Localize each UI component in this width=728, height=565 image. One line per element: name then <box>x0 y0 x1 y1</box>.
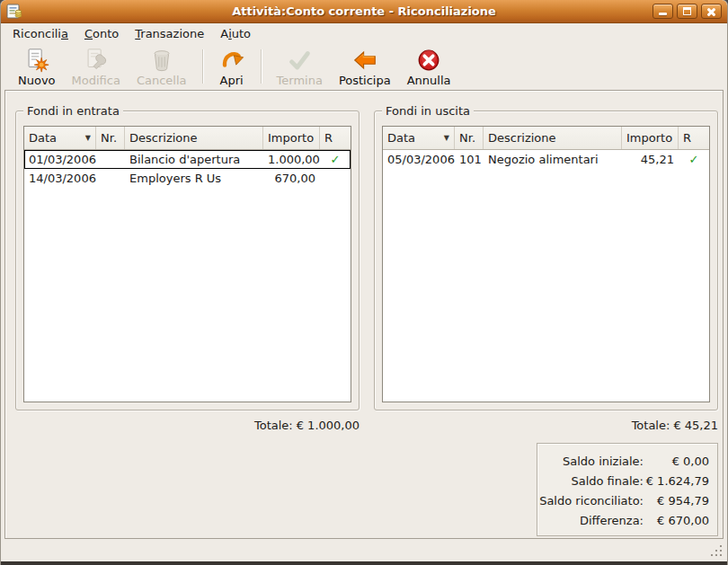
new-transaction-button[interactable]: Nuovo <box>10 46 64 88</box>
menubar: Riconcilia Conto Transazione Aiuto <box>1 23 727 43</box>
postpone-button[interactable]: Posticipa <box>331 46 399 88</box>
summary-row-saldo-riconciliato: Saldo riconciliato: € 954,79 <box>537 490 717 510</box>
left-arrow-icon <box>351 47 378 74</box>
toolbar-button-label: Posticipa <box>339 74 391 87</box>
maximize-icon <box>683 7 691 15</box>
column-header-descrizione[interactable]: Descrizione <box>484 127 622 149</box>
close-button[interactable] <box>701 4 722 19</box>
reconciled-check-icon: ✓ <box>320 153 351 166</box>
delete-transaction-button: Cancella <box>129 46 195 88</box>
table-row[interactable]: 01/03/2006 Bilancio d'apertura 1.000,00 … <box>24 150 351 169</box>
column-header-r[interactable]: R <box>320 127 351 149</box>
toolbar-button-label: Apri <box>219 74 243 87</box>
finish-button: Termina <box>269 46 331 88</box>
cancel-icon <box>415 47 442 74</box>
menu-riconcilia[interactable]: Riconcilia <box>4 25 76 42</box>
column-header-descrizione[interactable]: Descrizione <box>125 127 263 149</box>
column-header-data[interactable]: Data ▼ <box>24 127 96 149</box>
table-header: Data ▼ Nr. Descrizione Importo R <box>383 127 709 150</box>
checkmark-icon <box>286 47 313 74</box>
reconciled-check-icon: ✓ <box>679 153 709 166</box>
toolbar-button-label: Cancella <box>137 74 187 87</box>
reconcile-window: Attività:Conto corrente - Riconciliazion… <box>0 0 728 565</box>
summary-row-saldo-iniziale: Saldo iniziale: € 0,00 <box>537 451 717 471</box>
column-header-importo[interactable]: Importo <box>263 127 320 149</box>
minimize-button[interactable] <box>653 4 673 19</box>
window-bottom-edge <box>1 561 727 565</box>
toolbar-button-label: Annulla <box>407 74 451 87</box>
edit-transaction-button: Modifica <box>64 46 129 88</box>
summary-row-differenza: Differenza: € 670,00 <box>537 510 717 530</box>
funds-in-table: Data ▼ Nr. Descrizione Importo R 01/03/2… <box>23 126 351 402</box>
funds-in-total: Totale:€ 1.000,00 <box>15 419 360 432</box>
titlebar[interactable]: Attività:Conto corrente - Riconciliazion… <box>1 0 727 23</box>
totals-row: Totale:€ 1.000,00 Totale:€ 45,21 <box>15 419 718 432</box>
statusbar <box>1 539 727 561</box>
funds-out-table: Data ▼ Nr. Descrizione Importo R 05/03/2… <box>382 126 710 402</box>
window-title: Attività:Conto corrente - Riconciliazion… <box>1 4 727 18</box>
sort-desc-icon: ▼ <box>444 134 449 142</box>
client-area: Fondi in entrata Data ▼ Nr. Descrizione … <box>4 90 724 539</box>
column-header-data[interactable]: Data ▼ <box>383 127 455 149</box>
jump-arrow-icon <box>218 47 245 74</box>
minimize-icon <box>659 13 667 15</box>
funds-out-total: Totale:€ 45,21 <box>374 419 718 432</box>
edit-document-icon <box>83 47 110 74</box>
resize-grip[interactable] <box>711 545 724 558</box>
column-header-r[interactable]: R <box>679 127 709 149</box>
menu-conto[interactable]: Conto <box>76 25 127 42</box>
column-header-importo[interactable]: Importo <box>622 127 679 149</box>
toolbar-button-label: Termina <box>277 74 323 87</box>
funds-in-panel: Fondi in entrata Data ▼ Nr. Descrizione … <box>15 110 360 411</box>
funds-out-title: Fondi in uscita <box>382 103 474 119</box>
funds-in-title: Fondi in entrata <box>23 103 123 119</box>
open-account-button[interactable]: Apri <box>210 46 253 88</box>
toolbar-button-label: Nuovo <box>18 74 56 87</box>
toolbar-separator <box>202 49 203 84</box>
toolbar-button-label: Modifica <box>72 74 120 87</box>
maximize-button[interactable] <box>677 4 697 19</box>
column-header-nr[interactable]: Nr. <box>455 127 484 149</box>
balance-summary-box: Saldo iniziale: € 0,00 Saldo finale: € 1… <box>537 443 718 536</box>
toolbar: Nuovo Modifica Cancella Apri <box>1 43 727 90</box>
cancel-button[interactable]: Annulla <box>399 46 459 88</box>
table-row[interactable]: 05/03/2006 101 Negozio alimentari 45,21 … <box>383 150 709 169</box>
table-header: Data ▼ Nr. Descrizione Importo R <box>24 127 351 150</box>
toolbar-separator <box>261 49 262 84</box>
new-document-icon <box>23 47 50 74</box>
column-header-nr[interactable]: Nr. <box>96 127 125 149</box>
summary-row-saldo-finale: Saldo finale: € 1.624,79 <box>537 471 717 490</box>
sort-desc-icon: ▼ <box>85 134 91 142</box>
trash-icon <box>148 47 175 74</box>
menu-transazione[interactable]: Transazione <box>127 25 212 42</box>
table-row[interactable]: 14/03/2006 Employers R Us 670,00 <box>24 169 351 188</box>
funds-out-panel: Fondi in uscita Data ▼ Nr. Descrizione I… <box>374 110 718 411</box>
menu-aiuto[interactable]: Aiuto <box>212 25 259 42</box>
